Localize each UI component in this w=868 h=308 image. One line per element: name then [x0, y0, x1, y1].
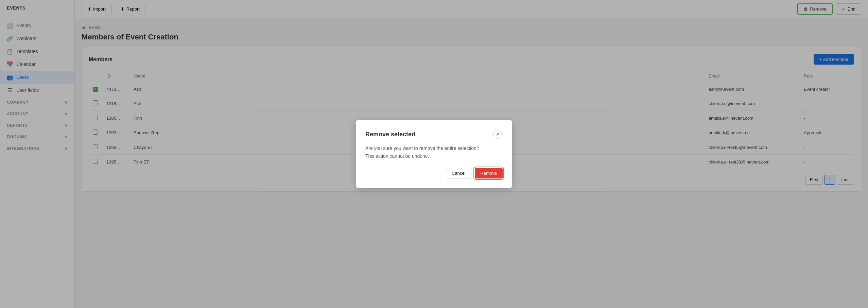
modal-title: Remove selected — [365, 131, 415, 138]
modal-cancel-button[interactable]: Cancel — [446, 168, 471, 178]
modal-header: Remove selected ✕ — [365, 130, 503, 139]
modal-remove-button[interactable]: Remove — [475, 168, 503, 178]
modal: Remove selected ✕ Are you sure you want … — [356, 120, 512, 188]
modal-line2: This action cannot be undone. — [365, 152, 503, 160]
modal-line1: Are you sure you want to remove the enti… — [365, 144, 503, 152]
modal-footer: Cancel Remove — [365, 168, 503, 178]
modal-body: Are you sure you want to remove the enti… — [365, 144, 503, 160]
modal-close-button[interactable]: ✕ — [493, 130, 503, 139]
modal-overlay[interactable]: Remove selected ✕ Are you sure you want … — [0, 0, 868, 308]
